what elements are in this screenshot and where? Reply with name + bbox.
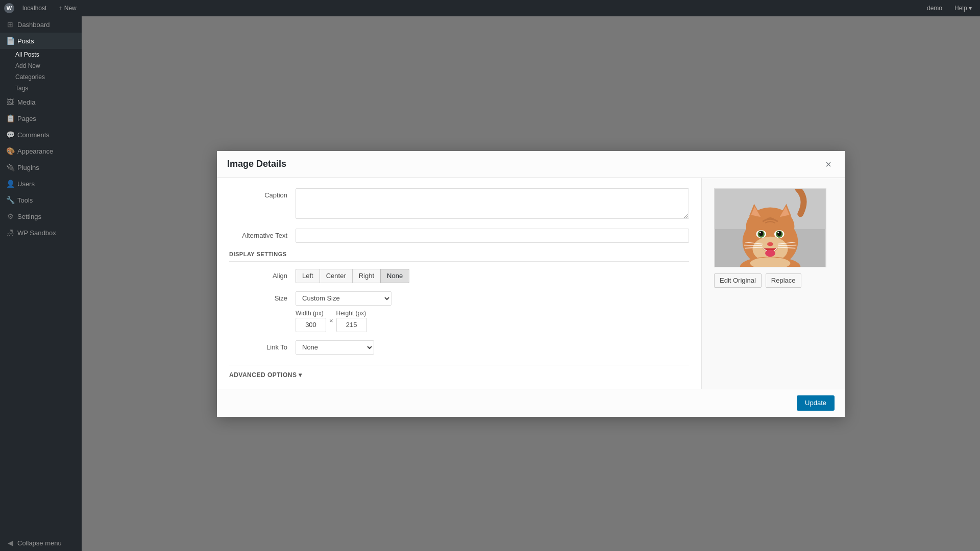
username-item[interactable]: demo: [923, 0, 946, 16]
size-row: Size Custom Size Thumbnail – 150 × 150 M…: [229, 291, 689, 332]
advanced-options-label: ADVANCED OPTIONS: [229, 371, 297, 379]
collapse-icon: ◀: [6, 539, 14, 547]
sidebar-item-label: Media: [17, 98, 35, 106]
alt-text-control: [296, 229, 689, 243]
align-label: Align: [229, 269, 296, 280]
update-button[interactable]: Update: [797, 395, 835, 411]
sidebar-item-media[interactable]: 🖼 Media: [0, 94, 82, 110]
image-details-modal: Image Details × Caption: [217, 151, 845, 417]
sidebar-item-label: Pages: [17, 115, 36, 122]
caption-control: [296, 188, 689, 220]
sidebar-sub-all-posts[interactable]: All Posts: [0, 49, 82, 60]
size-label: Size: [229, 291, 296, 302]
sidebar: ⊞ Dashboard 📄 Posts All Posts Add New Ca…: [0, 16, 82, 551]
sidebar-item-pages[interactable]: 📋 Pages: [0, 110, 82, 127]
height-input[interactable]: [336, 318, 367, 332]
caption-input[interactable]: [296, 188, 689, 219]
advanced-options-toggle[interactable]: ADVANCED OPTIONS ▾: [229, 371, 689, 379]
sidebar-item-label: WP Sandbox: [17, 229, 56, 237]
alt-text-label: Alternative Text: [229, 229, 296, 239]
modal-body: Caption Alternative Text: [217, 178, 845, 389]
sidebar-item-comments[interactable]: 💬 Comments: [0, 127, 82, 143]
wp-sandbox-icon: 🏖: [6, 229, 14, 237]
svg-point-16: [777, 232, 779, 233]
height-label: Height (px): [336, 310, 367, 317]
sidebar-item-settings[interactable]: ⚙ Settings: [0, 208, 82, 224]
link-to-select[interactable]: None Media File Attachment Page Custom U…: [296, 340, 374, 355]
width-label: Width (px): [296, 310, 326, 317]
image-action-buttons: Edit Original Replace: [714, 273, 832, 288]
align-button-group: Left Center Right None: [296, 269, 689, 283]
sidebar-item-posts[interactable]: 📄 Posts: [0, 33, 82, 49]
sidebar-item-label: Appearance: [17, 147, 53, 155]
align-row: Align Left Center Right None: [229, 269, 689, 283]
sidebar-item-label: Tools: [17, 196, 33, 204]
sidebar-item-label: Posts: [17, 37, 34, 45]
media-icon: 🖼: [6, 98, 14, 106]
site-name[interactable]: localhost: [18, 0, 51, 16]
display-settings-section: DISPLAY SETTINGS Align Left Center Right: [229, 251, 689, 355]
sidebar-item-wp-sandbox[interactable]: 🏖 WP Sandbox: [0, 224, 82, 241]
sidebar-item-users[interactable]: 👤 Users: [0, 176, 82, 192]
replace-button[interactable]: Replace: [766, 273, 801, 288]
align-control: Left Center Right None: [296, 269, 689, 283]
display-settings-title: DISPLAY SETTINGS: [229, 251, 689, 262]
modal-close-button[interactable]: ×: [822, 158, 835, 170]
dimensions-row: Width (px) × Height (px): [296, 310, 689, 332]
tools-icon: 🔧: [6, 196, 14, 204]
link-to-row: Link To None Media File Attachment Page …: [229, 340, 689, 355]
pages-icon: 📋: [6, 114, 14, 122]
sidebar-item-collapse[interactable]: ◀ Collapse menu: [0, 535, 82, 551]
width-group: Width (px): [296, 310, 326, 332]
size-select[interactable]: Custom Size Thumbnail – 150 × 150 Medium…: [296, 291, 391, 306]
svg-point-18: [765, 249, 775, 257]
comments-icon: 💬: [6, 131, 14, 139]
modal-left-panel: Caption Alternative Text: [217, 178, 702, 389]
image-preview-container: [714, 188, 832, 267]
sidebar-item-plugins[interactable]: 🔌 Plugins: [0, 159, 82, 176]
wp-logo: W: [4, 3, 14, 13]
svg-point-17: [767, 242, 773, 246]
new-post-item[interactable]: + New: [55, 0, 80, 16]
align-center-button[interactable]: Center: [320, 269, 352, 283]
advanced-options-chevron-icon: ▾: [299, 371, 302, 379]
caption-row: Caption: [229, 188, 689, 220]
sidebar-item-label: Plugins: [17, 164, 39, 171]
align-right-button[interactable]: Right: [352, 269, 380, 283]
settings-icon: ⚙: [6, 212, 14, 220]
width-input[interactable]: [296, 318, 326, 332]
height-group: Height (px): [336, 310, 367, 332]
appearance-icon: 🎨: [6, 147, 14, 155]
svg-line-23: [778, 245, 797, 245]
plugins-icon: 🔌: [6, 163, 14, 171]
sidebar-item-appearance[interactable]: 🎨 Appearance: [0, 143, 82, 159]
sidebar-item-label: Dashboard: [17, 21, 50, 29]
sidebar-item-dashboard[interactable]: ⊞ Dashboard: [0, 16, 82, 33]
sidebar-item-tools[interactable]: 🔧 Tools: [0, 192, 82, 208]
help-item[interactable]: Help ▾: [950, 0, 976, 16]
sidebar-sub-add-new[interactable]: Add New: [0, 60, 82, 71]
cat-image-preview: [714, 188, 826, 267]
svg-line-20: [744, 245, 763, 245]
svg-point-14: [777, 231, 781, 236]
edit-original-button[interactable]: Edit Original: [714, 273, 762, 288]
admin-top-bar: W localhost + New demo Help ▾: [0, 0, 980, 16]
alt-text-input[interactable]: [296, 229, 689, 243]
sidebar-sub-categories[interactable]: Categories: [0, 71, 82, 83]
modal-overlay: Image Details × Caption: [82, 16, 980, 551]
modal-right-panel: Edit Original Replace: [702, 178, 845, 389]
dimension-separator: ×: [329, 317, 333, 324]
advanced-options-section: ADVANCED OPTIONS ▾: [229, 365, 689, 379]
svg-point-13: [759, 231, 763, 236]
sidebar-item-label: Collapse menu: [17, 539, 62, 547]
align-none-button[interactable]: None: [380, 269, 409, 283]
link-to-control: None Media File Attachment Page Custom U…: [296, 340, 689, 355]
users-icon: 👤: [6, 180, 14, 188]
posts-icon: 📄: [6, 37, 14, 45]
alt-text-row: Alternative Text: [229, 229, 689, 243]
modal-title: Image Details: [227, 159, 286, 169]
align-left-button[interactable]: Left: [296, 269, 320, 283]
modal-footer: Update: [217, 389, 845, 417]
sidebar-sub-tags[interactable]: Tags: [0, 83, 82, 94]
link-to-label: Link To: [229, 340, 296, 351]
